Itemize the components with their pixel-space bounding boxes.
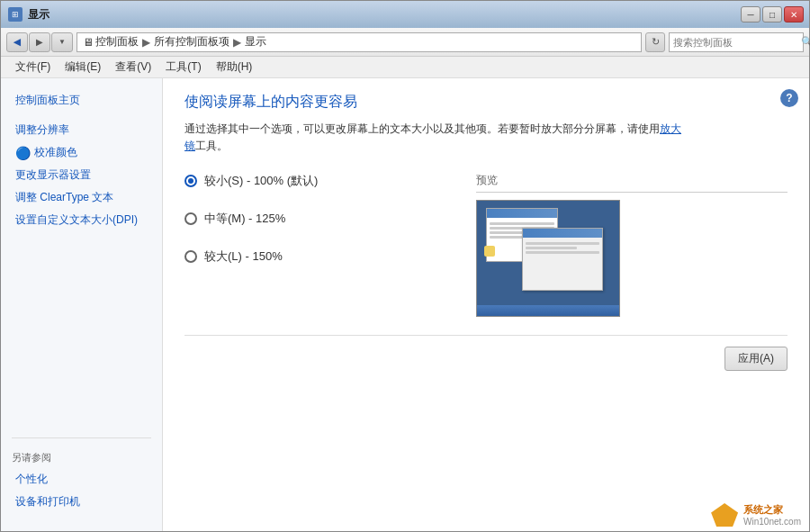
search-icon[interactable]: 🔍 bbox=[801, 36, 810, 48]
dropdown-button[interactable]: ▼ bbox=[51, 32, 73, 52]
path-sep-2: ▶ bbox=[233, 36, 241, 49]
desc-text: 通过选择其中一个选项，可以更改屏幕上的文本大小以及其他项。若要暂时放大部分分屏幕… bbox=[184, 122, 660, 135]
color-icon: 🔵 bbox=[15, 146, 31, 160]
apply-button[interactable]: 应用(A) bbox=[724, 347, 788, 371]
page-title: 使阅读屏幕上的内容更容易 bbox=[184, 93, 788, 112]
main-area: 控制面板主页 调整分辨率 🔵 校准颜色 更改显示器设置 调整 ClearType… bbox=[1, 78, 809, 531]
watermark-icon bbox=[711, 503, 738, 527]
sidebar-item-dpi[interactable]: 设置自定义文本大小(DPI) bbox=[1, 209, 162, 231]
option-small-label: 较小(S) - 100% (默认) bbox=[204, 173, 318, 189]
sidebar-home-label: 控制面板主页 bbox=[15, 93, 80, 108]
minimize-button[interactable]: ─ bbox=[741, 6, 760, 23]
menu-bar: 文件(F) 编辑(E) 查看(V) 工具(T) 帮助(H) bbox=[1, 57, 809, 78]
sidebar-item-cleartype[interactable]: 调整 ClearType 文本 bbox=[1, 186, 162, 209]
options-list: 较小(S) - 100% (默认) 中等(M) - 125% 较大(L) - 1… bbox=[184, 173, 454, 317]
main-window: ⊞ 显示 ─ □ ✕ ◀ ▶ ▼ 🖥 控制面板 ▶ 所有控制面板项 ▶ 显示 ↻… bbox=[0, 0, 810, 532]
sidebar-color-label: 校准颜色 bbox=[34, 145, 77, 160]
options-area: 较小(S) - 100% (默认) 中等(M) - 125% 较大(L) - 1… bbox=[184, 173, 788, 317]
window-title: 显示 bbox=[28, 7, 50, 23]
title-bar: ⊞ 显示 ─ □ ✕ bbox=[1, 1, 809, 28]
see-also-title: 另请参阅 bbox=[1, 446, 162, 468]
preview-area: 预览 bbox=[476, 173, 788, 317]
sidebar-dpi-label: 设置自定义文本大小(DPI) bbox=[15, 212, 138, 228]
refresh-button[interactable]: ↻ bbox=[645, 32, 665, 52]
preview-title-bar-2 bbox=[523, 229, 602, 238]
path-part-3: 显示 bbox=[245, 34, 266, 50]
apply-section: 应用(A) bbox=[184, 335, 788, 371]
preview-line-1 bbox=[490, 222, 554, 225]
radio-small[interactable] bbox=[184, 175, 197, 187]
address-path[interactable]: 🖥 控制面板 ▶ 所有控制面板项 ▶ 显示 bbox=[76, 32, 642, 52]
sidebar-item-personalize[interactable]: 个性化 bbox=[1, 468, 162, 491]
forward-button[interactable]: ▶ bbox=[29, 32, 50, 52]
maximize-button[interactable]: □ bbox=[762, 6, 782, 23]
nav-buttons: ◀ ▶ ▼ bbox=[6, 32, 73, 52]
menu-help[interactable]: 帮助(H) bbox=[209, 58, 260, 77]
option-small[interactable]: 较小(S) - 100% (默认) bbox=[184, 173, 454, 189]
preview-window-2 bbox=[522, 228, 603, 291]
title-bar-left: ⊞ 显示 bbox=[8, 7, 50, 23]
content-description: 通过选择其中一个选项，可以更改屏幕上的文本大小以及其他项。若要暂时放大部分分屏幕… bbox=[184, 121, 688, 155]
preview-image bbox=[476, 200, 620, 317]
option-medium-label: 中等(M) - 125% bbox=[204, 211, 285, 227]
menu-file[interactable]: 文件(F) bbox=[8, 58, 58, 77]
sidebar: 控制面板主页 调整分辨率 🔵 校准颜色 更改显示器设置 调整 ClearType… bbox=[1, 78, 163, 531]
preview-line-7 bbox=[526, 251, 599, 254]
path-part-2: 所有控制面板项 bbox=[154, 34, 230, 50]
close-button[interactable]: ✕ bbox=[784, 6, 804, 23]
watermark-text: 系统之家 Win10net.com bbox=[743, 503, 801, 527]
path-sep-1: ▶ bbox=[142, 36, 150, 49]
address-bar: ◀ ▶ ▼ 🖥 控制面板 ▶ 所有控制面板项 ▶ 显示 ↻ 🔍 bbox=[1, 28, 809, 57]
radio-large[interactable] bbox=[184, 250, 197, 263]
sidebar-item-devices[interactable]: 设备和打印机 bbox=[1, 491, 162, 513]
preview-taskbar bbox=[477, 305, 619, 316]
preview-desktop-icon bbox=[484, 246, 495, 257]
devices-label: 设备和打印机 bbox=[15, 494, 80, 509]
sidebar-resolution-label: 调整分辨率 bbox=[15, 122, 69, 138]
preview-desktop bbox=[477, 201, 619, 316]
preview-line-6 bbox=[526, 247, 577, 249]
sidebar-divider bbox=[12, 437, 151, 438]
watermark: 系统之家 Win10net.com bbox=[711, 503, 801, 527]
option-medium[interactable]: 中等(M) - 125% bbox=[184, 211, 454, 227]
path-part-1: 控制面板 bbox=[95, 34, 139, 50]
preview-body-2 bbox=[523, 238, 602, 290]
radio-medium[interactable] bbox=[184, 212, 197, 225]
sidebar-item-home[interactable]: 控制面板主页 bbox=[1, 89, 162, 112]
window-controls: ─ □ ✕ bbox=[741, 6, 804, 23]
menu-edit[interactable]: 编辑(E) bbox=[58, 58, 108, 77]
sidebar-see-also: 另请参阅 个性化 设备和打印机 bbox=[1, 423, 162, 520]
sidebar-item-color[interactable]: 🔵 校准颜色 bbox=[1, 141, 162, 164]
option-large[interactable]: 较大(L) - 150% bbox=[184, 248, 454, 265]
content-panel: ? 使阅读屏幕上的内容更容易 通过选择其中一个选项，可以更改屏幕上的文本大小以及… bbox=[163, 78, 809, 531]
watermark-brand: 系统之家 bbox=[743, 503, 801, 517]
sidebar-item-resolution[interactable]: 调整分辨率 bbox=[1, 119, 162, 141]
preview-label: 预览 bbox=[476, 173, 788, 193]
desc-end: 工具。 bbox=[195, 140, 228, 152]
search-input[interactable] bbox=[673, 37, 797, 48]
back-button[interactable]: ◀ bbox=[6, 32, 28, 52]
personalize-label: 个性化 bbox=[15, 472, 48, 487]
sidebar-item-monitor[interactable]: 更改显示器设置 bbox=[1, 164, 162, 186]
search-box[interactable]: 🔍 bbox=[669, 32, 804, 52]
help-icon[interactable]: ? bbox=[780, 89, 798, 107]
option-large-label: 较大(L) - 150% bbox=[204, 248, 283, 265]
menu-view[interactable]: 查看(V) bbox=[108, 58, 158, 77]
sidebar-cleartype-label: 调整 ClearType 文本 bbox=[15, 190, 113, 205]
menu-tools[interactable]: 工具(T) bbox=[158, 58, 208, 77]
preview-title-bar-1 bbox=[487, 209, 557, 218]
preview-line-5 bbox=[526, 242, 599, 245]
path-icon: 🖥 bbox=[83, 36, 94, 49]
window-icon: ⊞ bbox=[8, 7, 22, 22]
watermark-url: Win10net.com bbox=[743, 517, 801, 527]
sidebar-monitor-label: 更改显示器设置 bbox=[15, 167, 91, 183]
